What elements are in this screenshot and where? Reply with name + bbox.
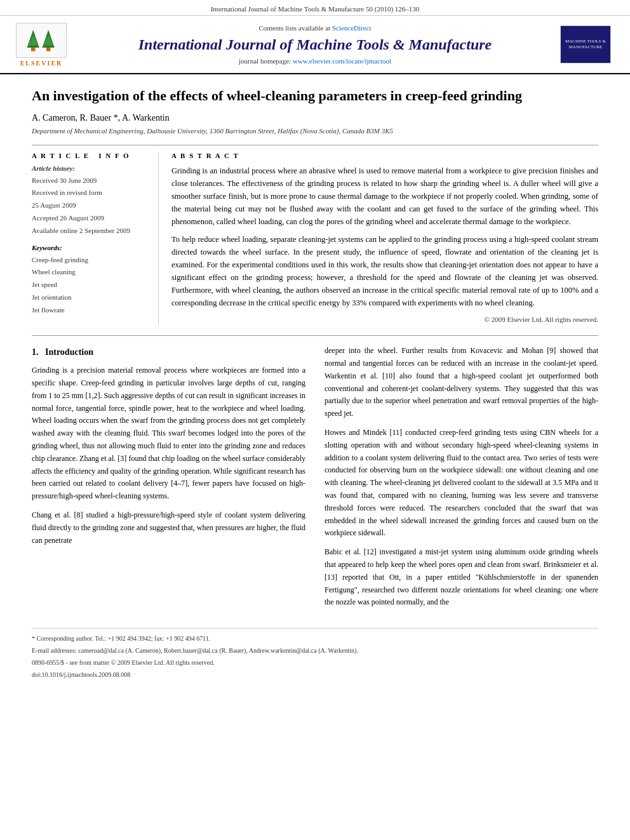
elsevier-logo-image bbox=[16, 23, 67, 58]
article-info-heading: A R T I C L E I N F O bbox=[32, 152, 149, 159]
journal-title: International Journal of Machine Tools &… bbox=[83, 36, 547, 54]
article-info-abstract-section: A R T I C L E I N F O Article history: R… bbox=[32, 145, 598, 326]
received-date: Received 30 June 2009 bbox=[32, 175, 149, 187]
abstract-heading: A B S T R A C T bbox=[171, 152, 598, 159]
article-dates: Received 30 June 2009 Received in revise… bbox=[32, 175, 149, 237]
keyword-5: Jet flowrate bbox=[32, 304, 149, 317]
footnote-line-1: * Corresponding author. Tel.: +1 902 494… bbox=[32, 634, 598, 644]
journal-header: ELSEVIER Contents lists available at Sci… bbox=[0, 16, 630, 74]
keywords-label: Keywords: bbox=[32, 244, 149, 251]
sciencedirect-label: Contents lists available at ScienceDirec… bbox=[83, 24, 547, 32]
keyword-1: Creep-feed grinding bbox=[32, 254, 149, 267]
keyword-4: Jet orientation bbox=[32, 291, 149, 304]
body-left-col: 1. Introduction Grinding is a precision … bbox=[32, 345, 305, 615]
footnote-line-4: doi:10.1016/j.ijmachtools.2009.08.008 bbox=[32, 670, 598, 680]
abstract-column: A B S T R A C T Grinding is an industria… bbox=[171, 152, 598, 326]
body-right-col: deeper into the wheel. Further results f… bbox=[325, 345, 598, 615]
journal-header-center: Contents lists available at ScienceDirec… bbox=[83, 24, 547, 65]
body-two-col: 1. Introduction Grinding is a precision … bbox=[32, 345, 598, 615]
journal-logo-text: MACHINE TOOLS & MANUFACTURE bbox=[563, 39, 608, 50]
received-revised-label: Received in revised form bbox=[32, 187, 149, 199]
main-content: An investigation of the effects of wheel… bbox=[0, 74, 630, 701]
article-history-label: Article history: bbox=[32, 164, 149, 172]
elsevier-wordmark: ELSEVIER bbox=[20, 60, 63, 67]
page-wrapper: International Journal of Machine Tools &… bbox=[0, 0, 630, 840]
keyword-3: Jet speed bbox=[32, 279, 149, 291]
copyright-line: © 2009 Elsevier Ltd. All rights reserved… bbox=[171, 314, 598, 326]
keyword-2: Wheel cleaning bbox=[32, 266, 149, 279]
abstract-paragraph-2: To help reduce wheel loading, separate c… bbox=[171, 233, 598, 309]
journal-logo-container: MACHINE TOOLS & MANUFACTURE bbox=[554, 25, 617, 63]
keywords-list: Creep-feed grinding Wheel cleaning Jet s… bbox=[32, 254, 149, 317]
body-content: 1. Introduction Grinding is a precision … bbox=[32, 335, 598, 680]
elsevier-tree-icon bbox=[25, 27, 57, 53]
footnote-line-2: E-mail addresses: cameroad@dal.ca (A. Ca… bbox=[32, 646, 598, 656]
article-affiliation: Department of Mechanical Engineering, Da… bbox=[32, 127, 598, 135]
journal-logo-box: MACHINE TOOLS & MANUFACTURE bbox=[560, 25, 611, 63]
sciencedirect-link[interactable]: ScienceDirect bbox=[332, 24, 372, 32]
intro-paragraph-1: Grinding is a precision material removal… bbox=[32, 364, 305, 503]
introduction-heading: 1. Introduction bbox=[32, 345, 305, 359]
elsevier-logo-container: ELSEVIER bbox=[13, 22, 76, 67]
article-title: An investigation of the effects of wheel… bbox=[32, 87, 598, 105]
top-bar: International Journal of Machine Tools &… bbox=[0, 0, 630, 16]
abstract-paragraph-1: Grinding is an industrial process where … bbox=[171, 164, 598, 228]
intro-paragraph-2: Chang et al. [8] studied a high-pressure… bbox=[32, 509, 305, 547]
abstract-text: Grinding is an industrial process where … bbox=[171, 164, 598, 326]
article-info-column: A R T I C L E I N F O Article history: R… bbox=[32, 152, 159, 326]
article-authors: A. Cameron, R. Bauer *, A. Warkentin bbox=[32, 113, 598, 123]
journal-homepage-link[interactable]: www.elsevier.com/locate/ijmactool bbox=[293, 57, 391, 65]
right-col-paragraph-2: Howes and Mindek [11] conducted creep-fe… bbox=[325, 427, 598, 540]
right-col-paragraph-3: Babic et al. [12] investigated a mist-je… bbox=[325, 546, 598, 609]
footnote-section: * Corresponding author. Tel.: +1 902 494… bbox=[32, 628, 598, 680]
journal-citation: International Journal of Machine Tools &… bbox=[211, 5, 420, 13]
accepted-date: Accepted 26 August 2009 bbox=[32, 212, 149, 225]
available-online: Available online 2 September 2009 bbox=[32, 225, 149, 237]
elsevier-logo: ELSEVIER bbox=[13, 22, 70, 67]
right-col-paragraph-1: deeper into the wheel. Further results f… bbox=[325, 345, 598, 420]
footnote-line-3: 0890-6955/$ - see front matter © 2009 El… bbox=[32, 658, 598, 668]
revised-date: 25 August 2009 bbox=[32, 199, 149, 212]
journal-homepage: journal homepage: www.elsevier.com/locat… bbox=[83, 57, 547, 65]
